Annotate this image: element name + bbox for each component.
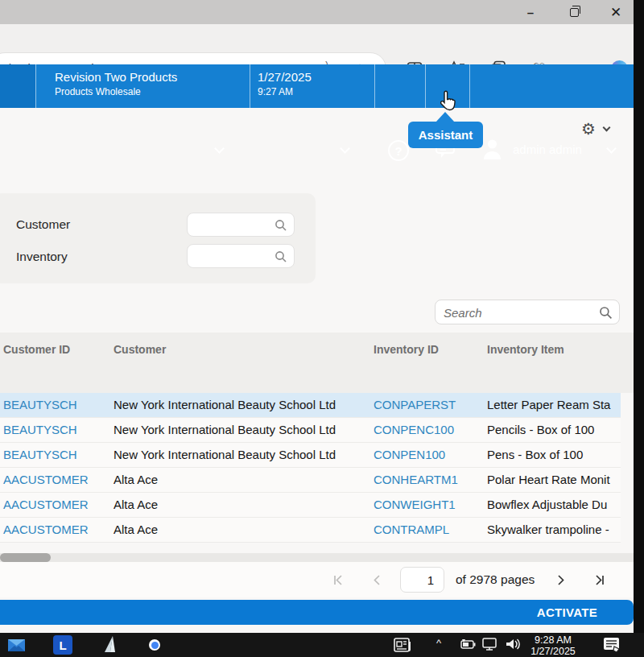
taskbar-time: 9:28 AM	[528, 634, 578, 646]
activate-button[interactable]: ACTIVATE	[0, 600, 634, 625]
assistant-tooltip-label: Assistant	[419, 128, 473, 142]
inventory-id-link[interactable]: CONPENC100	[374, 423, 454, 436]
business-date: 1/27/2025	[258, 70, 312, 84]
horizontal-scrollbar[interactable]	[0, 553, 634, 562]
next-page-button[interactable]	[551, 570, 570, 589]
customer-id-link[interactable]: BEAUTYSCH	[3, 448, 77, 461]
column-header-customer[interactable]: Customer	[114, 343, 166, 356]
table-row[interactable]: BEAUTYSCH New York International Beauty …	[0, 418, 621, 443]
browser-window: – ✕ /Main?ScreenId=SO3010ML A) ☆ ♡ ⋯	[0, 0, 634, 633]
inventory-item-cell: Skywalker trampoline -	[487, 523, 609, 536]
page-number-input[interactable]	[400, 567, 444, 593]
inventory-id-link[interactable]: CONPEN100	[374, 448, 445, 461]
customer-cell: Alta Ace	[114, 523, 158, 536]
taskbar-date: 1/27/2025	[528, 646, 578, 657]
customer-id-link[interactable]: AACUSTOMER	[3, 473, 89, 486]
inventory-item-cell: Pencils - Box of 100	[487, 423, 594, 436]
separator	[425, 64, 426, 108]
customer-id-link[interactable]: AACUSTOMER	[3, 498, 89, 511]
filter-panel: Customer Inventory	[0, 193, 316, 283]
inventory-id-link[interactable]: CONWEIGHT1	[374, 498, 456, 511]
customer-id-link[interactable]: AACUSTOMER	[3, 523, 89, 536]
inventory-item-cell: Pens - Box of 100	[487, 448, 583, 461]
page-count-label: of 2978 pages	[456, 572, 535, 587]
separator	[374, 64, 375, 108]
customer-id-link[interactable]: BEAUTYSCH	[3, 398, 77, 411]
grid-search-box[interactable]	[435, 300, 620, 324]
screen-settings[interactable]: ⚙	[581, 119, 609, 138]
separator	[250, 64, 250, 108]
help-button[interactable]: ?	[388, 140, 409, 161]
table-row[interactable]: AACUSTOMER Alta Ace CONTRAMPL Skywalker …	[0, 518, 621, 543]
restore-button[interactable]	[564, 2, 584, 23]
prism-app-icon[interactable]	[100, 635, 121, 657]
inventory-label: Inventory	[16, 250, 68, 264]
assistant-tooltip: Assistant	[408, 122, 483, 148]
column-header-customer-id[interactable]: Customer ID	[3, 343, 70, 356]
grid-header-row: Customer ID Customer Inventory ID Invent…	[0, 333, 634, 393]
previous-page-button[interactable]	[367, 570, 386, 589]
app-header: Revision Two Products Products Wholesale…	[0, 64, 634, 108]
separator	[469, 64, 470, 108]
minimize-button[interactable]: –	[520, 2, 541, 23]
customer-id-link[interactable]: BEAUTYSCH	[3, 423, 77, 436]
last-page-button[interactable]	[589, 570, 609, 589]
chevron-down-icon[interactable]	[606, 143, 617, 154]
column-header-inventory-item[interactable]: Inventory Item	[487, 343, 564, 356]
battery-icon[interactable]	[459, 638, 477, 654]
windows-taskbar: L ^ 9:28 AM 1/27/2025	[0, 633, 644, 657]
browser-titlebar: – ✕	[0, 0, 634, 24]
pagination-bar: of 2978 pages	[0, 562, 634, 597]
customer-label: Customer	[16, 217, 70, 232]
column-header-inventory-id[interactable]: Inventory ID	[374, 343, 439, 356]
question-icon: ?	[394, 144, 402, 158]
screen: – ✕ /Main?ScreenId=SO3010ML A) ☆ ♡ ⋯	[0, 0, 644, 657]
scrollbar-thumb[interactable]	[0, 553, 51, 562]
table-row[interactable]: AACUSTOMER Alta Ace CONWEIGHT1 Bowflex A…	[0, 493, 621, 518]
user-name: admin admin	[513, 143, 582, 156]
separator	[35, 64, 36, 108]
customer-cell: New York International Beauty School Ltd	[114, 448, 336, 461]
first-page-button[interactable]	[328, 570, 348, 589]
customer-cell: Alta Ace	[114, 498, 158, 511]
user-menu[interactable]: admin admin	[481, 137, 582, 161]
search-icon[interactable]	[599, 306, 613, 323]
customer-cell: New York International Beauty School Ltd	[114, 398, 336, 411]
show-hidden-icons-caret[interactable]: ^	[436, 637, 441, 649]
tenant-selector[interactable]: Revision Two Products Products Wholesale	[55, 70, 177, 97]
business-date-selector[interactable]: 1/27/2025 9:27 AM	[258, 70, 312, 97]
inventory-item-cell: Bowflex Adjustable Du	[487, 498, 607, 511]
search-icon[interactable]	[275, 250, 287, 267]
search-icon[interactable]	[275, 219, 287, 235]
taskbar-clock[interactable]: 9:28 AM 1/27/2025	[528, 634, 578, 657]
inventory-id-link[interactable]: CONTRAMPL	[374, 523, 449, 536]
table-row[interactable]: AACUSTOMER Alta Ace CONHEARTM1 Polar Hea…	[0, 468, 621, 493]
notification-notes-icon[interactable]	[602, 636, 621, 657]
chevron-down-icon[interactable]	[214, 143, 225, 154]
customer-cell: Alta Ace	[114, 473, 158, 486]
mail-app-icon[interactable]	[6, 635, 27, 657]
menu-block[interactable]	[0, 64, 35, 108]
widgets-news-icon[interactable]	[393, 636, 413, 657]
l-app-icon[interactable]: L	[53, 635, 72, 655]
chevron-down-icon[interactable]	[340, 143, 350, 154]
activate-label: ACTIVATE	[537, 605, 597, 619]
table-row[interactable]: BEAUTYSCH New York International Beauty …	[0, 393, 621, 418]
inventory-id-link[interactable]: CONHEARTM1	[374, 473, 458, 486]
volume-icon[interactable]	[504, 637, 522, 655]
customer-lookup-field[interactable]	[187, 213, 295, 237]
grid-body: BEAUTYSCH New York International Beauty …	[0, 393, 621, 543]
inventory-item-cell: Letter Paper Ream Sta	[487, 398, 610, 411]
inventory-id-link[interactable]: CONPAPERST	[374, 398, 456, 411]
inventory-lookup-field[interactable]	[187, 244, 295, 268]
mouse-cursor	[437, 90, 456, 116]
tenant-title: Revision Two Products	[55, 70, 177, 84]
network-icon[interactable]	[481, 637, 499, 655]
chevron-down-icon[interactable]	[602, 123, 610, 131]
close-button[interactable]: ✕	[605, 2, 626, 23]
l-app-glyph: L	[53, 635, 72, 655]
grid-search-input[interactable]	[444, 304, 588, 321]
table-row[interactable]: BEAUTYSCH New York International Beauty …	[0, 443, 621, 468]
customer-cell: New York International Beauty School Ltd	[114, 423, 336, 436]
gear-icon[interactable]: ⚙	[581, 119, 596, 138]
